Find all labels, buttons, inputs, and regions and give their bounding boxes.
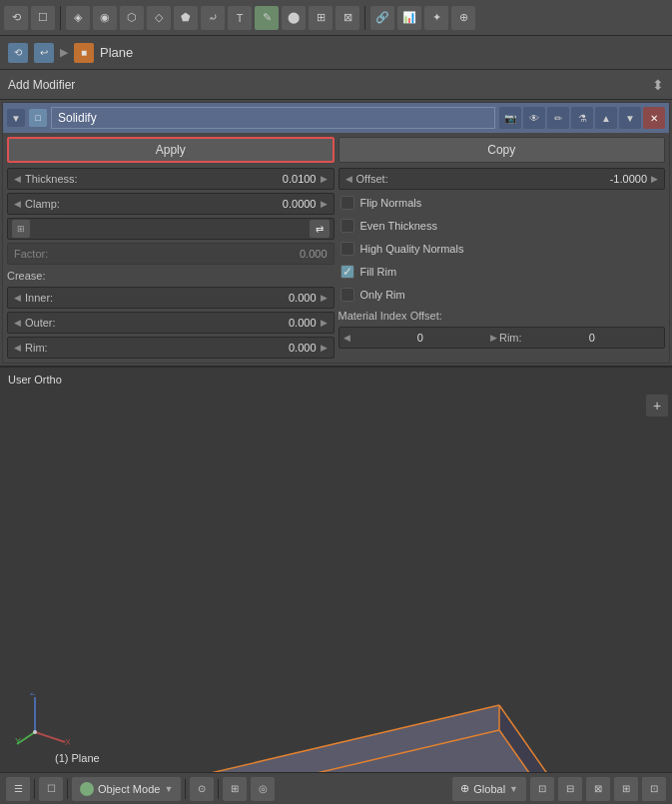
- flip-normals-checkbox[interactable]: [340, 196, 354, 210]
- even-thickness-label: Even Thickness: [360, 220, 437, 232]
- status-extra-2[interactable]: ⊟: [558, 777, 582, 801]
- toolbar-empty-icon[interactable]: ⊠: [336, 6, 359, 30]
- status-sep-2: [67, 779, 68, 799]
- index-value: 0: [352, 332, 488, 344]
- vertex-group-input[interactable]: [34, 220, 306, 238]
- add-modifier-title: Add Modifier: [8, 78, 75, 92]
- status-pivot-icon[interactable]: ⊙: [190, 777, 214, 801]
- only-rim-row: Only Rim: [338, 285, 666, 305]
- properties-panel: Add Modifier ⬍ ▼ □ Solidify 📷 👁 ✏ ⚗ ▲: [0, 70, 672, 367]
- solidify-up-btn[interactable]: ▲: [595, 107, 617, 129]
- main-layout: Add Modifier ⬍ ▼ □ Solidify 📷 👁 ✏ ⚗ ▲: [0, 70, 672, 804]
- toolbar-surface-icon[interactable]: ⬟: [174, 6, 198, 30]
- toolbar-physics-icon[interactable]: ⊕: [451, 6, 475, 30]
- solidify-realtime-btn[interactable]: ⚗: [571, 107, 593, 129]
- fill-rim-checkbox[interactable]: ✓: [340, 265, 354, 279]
- toolbar-render-icon[interactable]: ☐: [31, 6, 55, 30]
- offset-arrow-right: ▶: [651, 174, 658, 184]
- flip-normals-label: Flip Normals: [360, 197, 422, 209]
- index-field[interactable]: ◀ 0 ▶ Rim: 0: [338, 327, 666, 349]
- toolbar-data-icon[interactable]: 📊: [397, 6, 421, 30]
- clamp-field[interactable]: ◀ Clamp: 0.0000 ▶: [7, 193, 335, 215]
- high-quality-normals-label: High Quality Normals: [360, 243, 464, 255]
- toolbar-sep-1: [60, 6, 61, 30]
- copy-button[interactable]: Copy: [338, 137, 666, 163]
- status-menu-icon[interactable]: ☰: [6, 777, 30, 801]
- only-rim-label: Only Rim: [360, 289, 405, 301]
- even-thickness-checkbox[interactable]: [340, 219, 354, 233]
- toolbar-link-icon[interactable]: ◈: [66, 6, 90, 30]
- toolbar-particle-icon[interactable]: ✦: [424, 6, 448, 30]
- toolbar-armature-icon[interactable]: ⬤: [282, 6, 306, 30]
- toolbar-modifier-icon[interactable]: ✎: [255, 6, 279, 30]
- solidify-eye-btn[interactable]: 👁: [523, 107, 545, 129]
- solidify-edit-btn[interactable]: ✏: [547, 107, 569, 129]
- rim-field[interactable]: ◀ Rim: 0.000 ▶: [7, 337, 335, 359]
- toolbar-lattice-icon[interactable]: ⊞: [309, 6, 333, 30]
- toolbar-meta-icon[interactable]: ⤾: [201, 6, 225, 30]
- offset-arrow-left: ◀: [345, 174, 352, 184]
- axes-indicator: Z X Y: [15, 692, 65, 742]
- status-extra-4[interactable]: ⊞: [614, 777, 638, 801]
- solidify-name-field[interactable]: Solidify: [51, 107, 495, 129]
- solidify-render-btn[interactable]: 📷: [499, 107, 521, 129]
- global-icon: ⊕: [460, 782, 469, 795]
- header-back-icon[interactable]: ↩: [34, 43, 54, 63]
- header-nav-icon[interactable]: ⟲: [8, 43, 28, 63]
- object-mode-button[interactable]: Object Mode ▼: [72, 777, 181, 801]
- solidify-type-icon: □: [29, 109, 47, 127]
- only-rim-checkbox[interactable]: [340, 288, 354, 302]
- vertex-group-toggle[interactable]: ⇄: [310, 220, 330, 238]
- outer-field[interactable]: ◀ Outer: 0.000 ▶: [7, 312, 335, 334]
- fill-rim-label: Fill Rim: [360, 266, 397, 278]
- svg-line-19: [35, 732, 65, 742]
- factor-field: Factor: 0.000: [7, 243, 335, 265]
- solidify-down-btn[interactable]: ▼: [619, 107, 641, 129]
- outer-arrow-left: ◀: [14, 318, 21, 328]
- global-label: Global: [473, 783, 505, 795]
- status-proportional-icon[interactable]: ◎: [251, 777, 275, 801]
- svg-rect-0: [0, 391, 672, 772]
- thickness-field[interactable]: ◀ Thickness: 0.0100 ▶: [7, 168, 335, 190]
- modifier-header: Add Modifier ⬍: [0, 70, 672, 100]
- solidify-close-btn[interactable]: ✕: [643, 107, 665, 129]
- viewport-plus-btn[interactable]: +: [646, 395, 668, 416]
- index-right-arrow[interactable]: ▶: [490, 333, 497, 343]
- status-extra-3[interactable]: ⊠: [586, 777, 610, 801]
- global-dropdown-icon: ▼: [509, 784, 518, 794]
- fill-rim-row: ✓ Fill Rim: [338, 262, 666, 282]
- toolbar-text-icon[interactable]: T: [228, 6, 252, 30]
- thickness-label: Thickness:: [25, 173, 283, 185]
- viewport-canvas[interactable]: +: [0, 391, 672, 772]
- offset-field[interactable]: ◀ Offset: -1.0000 ▶: [338, 168, 666, 190]
- even-thickness-row: Even Thickness: [338, 216, 666, 236]
- rim-arrow-left: ◀: [14, 343, 21, 353]
- toolbar-constraint-icon[interactable]: 🔗: [370, 6, 394, 30]
- svg-text:X: X: [65, 737, 70, 747]
- object-mode-label: Object Mode: [98, 783, 160, 795]
- toolbar-view-icon[interactable]: ⟲: [4, 6, 28, 30]
- toolbar-obj-icon[interactable]: ◉: [93, 6, 117, 30]
- index-left-arrow[interactable]: ◀: [343, 333, 350, 343]
- add-modifier-arrow[interactable]: ⬍: [652, 77, 664, 93]
- rim-label: Rim:: [25, 342, 289, 354]
- toolbar-mesh-icon[interactable]: ⬡: [120, 6, 144, 30]
- clamp-arrow-right: ▶: [321, 199, 328, 209]
- clamp-label: Clamp:: [25, 198, 283, 210]
- status-snap-icon[interactable]: ⊞: [223, 777, 247, 801]
- status-extra-5[interactable]: ⊡: [642, 777, 666, 801]
- header-object-icon: ■: [74, 43, 94, 63]
- axes-svg: Z X Y: [15, 692, 70, 747]
- high-quality-normals-checkbox[interactable]: [340, 242, 354, 256]
- toolbar-curve-icon[interactable]: ◇: [147, 6, 171, 30]
- apply-button[interactable]: Apply: [7, 137, 335, 163]
- solidify-collapse-btn[interactable]: ▼: [7, 109, 25, 127]
- material-index-row: ◀ 0 ▶ Rim: 0: [338, 327, 666, 349]
- clamp-arrow-left: ◀: [14, 199, 21, 209]
- global-button[interactable]: ⊕ Global ▼: [452, 777, 526, 801]
- top-toolbar: ⟲ ☐ ◈ ◉ ⬡ ◇ ⬟ ⤾ T ✎ ⬤ ⊞ ⊠ 🔗 📊 ✦ ⊕: [0, 0, 672, 36]
- outer-label: Outer:: [25, 317, 289, 329]
- status-extra-1[interactable]: ⊡: [530, 777, 554, 801]
- inner-field[interactable]: ◀ Inner: 0.000 ▶: [7, 287, 335, 309]
- status-render-icon[interactable]: ☐: [39, 777, 63, 801]
